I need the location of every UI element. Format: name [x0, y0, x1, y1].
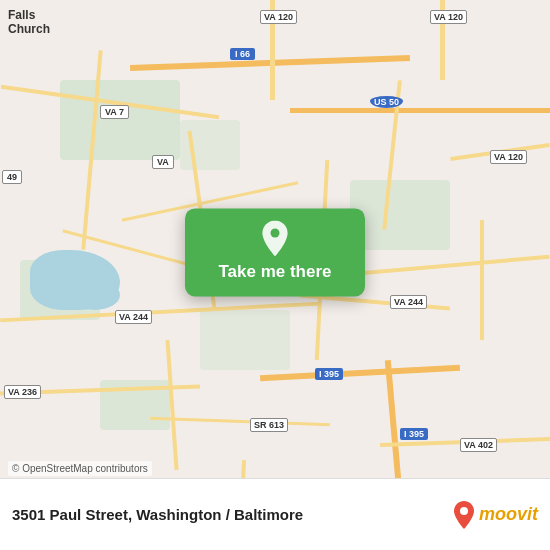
bottom-bar: 3501 Paul Street, Washington / Baltimore…	[0, 478, 550, 550]
take-me-there-label: Take me there	[218, 262, 331, 282]
green-area-1	[60, 80, 180, 160]
shield-i66: I 66	[230, 48, 255, 60]
water-body-2	[70, 280, 120, 310]
shield-va49: 49	[2, 170, 22, 184]
shield-va120-1: VA 120	[260, 10, 297, 24]
shield-va-center: VA	[152, 155, 174, 169]
map-container: FallsChurch I 66 VA 7 VA 120 VA 120 US 5…	[0, 0, 550, 550]
svg-point-1	[460, 507, 468, 515]
green-area-5	[200, 310, 290, 370]
road-conn-9	[480, 220, 484, 340]
moovit-text: moovit	[479, 504, 538, 525]
take-me-there-popup[interactable]: Take me there	[185, 208, 365, 296]
shield-va236: VA 236	[4, 385, 41, 399]
location-pin-icon	[257, 220, 293, 256]
road-us50	[290, 108, 550, 113]
shield-va402: VA 402	[460, 438, 497, 452]
shield-i395-1: I 395	[315, 368, 343, 380]
shield-va244-1: VA 244	[115, 310, 152, 324]
map-attribution: © OpenStreetMap contributors	[8, 461, 152, 476]
shield-va120-3: VA 120	[490, 150, 527, 164]
shield-us50: US 50	[370, 96, 403, 108]
moovit-logo: moovit	[453, 501, 538, 529]
address-text: 3501 Paul Street, Washington / Baltimore	[12, 506, 453, 523]
shield-sr613: SR 613	[250, 418, 288, 432]
shield-va7-left: VA 7	[100, 105, 129, 119]
green-area-3	[350, 180, 450, 250]
svg-point-0	[271, 229, 280, 238]
place-falls-church: FallsChurch	[8, 8, 50, 36]
shield-va120-2: VA 120	[430, 10, 467, 24]
shield-va244-2: VA 244	[390, 295, 427, 309]
shield-i395-2: I 395	[400, 428, 428, 440]
moovit-pin-icon	[453, 501, 475, 529]
